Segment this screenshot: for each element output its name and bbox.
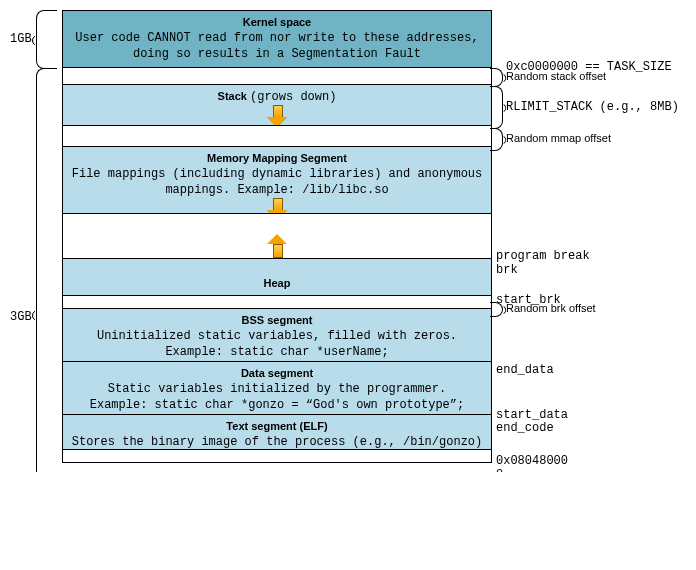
- brace-rand-stack: [490, 68, 503, 87]
- bss-desc1: Uninitialized static variables, filled w…: [71, 328, 483, 344]
- gap-stack-offset: [62, 67, 492, 85]
- arrow-down-icon: [269, 105, 285, 127]
- segment-kernel: Kernel space User code CANNOT read from …: [62, 10, 492, 68]
- data-desc1: Static variables initialized by the prog…: [71, 381, 483, 397]
- segment-text: Text segment (ELF) Stores the binary ima…: [62, 414, 492, 450]
- left-size-column: 1GB 3GB: [10, 10, 62, 462]
- segment-heap: Heap: [62, 258, 492, 296]
- gap-brk-offset: [62, 295, 492, 309]
- brace-rand-mmap: [490, 128, 503, 151]
- label-end-data: end_data: [496, 363, 554, 377]
- label-3gb: 3GB: [10, 310, 32, 324]
- data-title: Data segment: [71, 366, 483, 381]
- label-brk: brk: [496, 263, 518, 277]
- text-desc: Stores the binary image of the process (…: [71, 434, 483, 450]
- label-zero: 0: [496, 468, 503, 472]
- label-end-code: end_code: [496, 421, 554, 435]
- brace-rlimit: [490, 86, 503, 129]
- label-rand-brk: Random brk offset: [506, 302, 596, 314]
- segment-stack: Stack (grows down): [62, 84, 492, 126]
- label-addr-text: 0x08048000: [496, 454, 568, 468]
- stack-title: Stack: [218, 90, 247, 102]
- right-annotations: 0xc0000000 == TASK_SIZE Random stack off…: [492, 10, 686, 462]
- stack-note: (grows down): [250, 90, 336, 104]
- label-1gb: 1GB: [10, 32, 32, 46]
- memory-layout-diagram: 1GB 3GB Kernel space User code CANNOT re…: [10, 10, 686, 462]
- arrow-up-icon: [269, 234, 285, 256]
- kernel-title: Kernel space: [71, 15, 483, 30]
- heap-title: Heap: [264, 276, 291, 291]
- mmap-title: Memory Mapping Segment: [71, 151, 483, 166]
- gap-bottom: [62, 449, 492, 463]
- bss-desc2: Example: static char *userName;: [71, 344, 483, 360]
- segment-bss: BSS segment Uninitialized static variabl…: [62, 308, 492, 362]
- mmap-desc: File mappings (including dynamic librari…: [71, 166, 483, 198]
- brace-3gb: [36, 68, 57, 472]
- label-rand-stack: Random stack offset: [506, 70, 606, 82]
- label-start-data: start_data: [496, 408, 568, 422]
- brace-rand-brk: [490, 302, 503, 317]
- gap-mmap-offset: [62, 125, 492, 147]
- label-rand-mmap: Random mmap offset: [506, 132, 611, 144]
- segments-column: Kernel space User code CANNOT read from …: [62, 10, 492, 462]
- segment-mmap: Memory Mapping Segment File mappings (in…: [62, 146, 492, 214]
- kernel-desc: User code CANNOT read from nor write to …: [71, 30, 483, 62]
- gap-heap-growth: [62, 213, 492, 259]
- label-program-break: program break: [496, 249, 590, 263]
- bss-title: BSS segment: [71, 313, 483, 328]
- data-desc2: Example: static char *gonzo = “God's own…: [71, 397, 483, 413]
- brace-1gb: [36, 10, 57, 69]
- segment-data: Data segment Static variables initialize…: [62, 361, 492, 415]
- text-title: Text segment (ELF): [71, 419, 483, 434]
- label-rlimit: RLIMIT_STACK (e.g., 8MB): [506, 100, 679, 114]
